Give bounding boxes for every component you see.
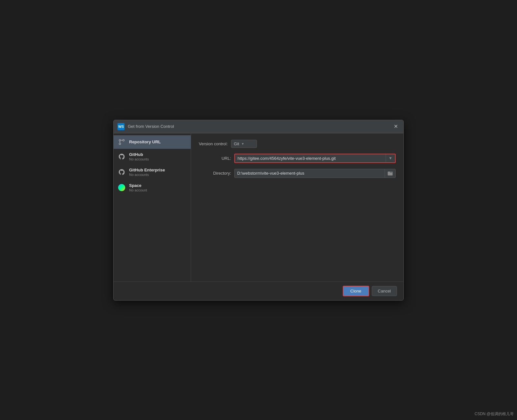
directory-browse-button[interactable] [385, 169, 395, 178]
directory-row: Directory: [199, 169, 396, 178]
close-button[interactable]: ✕ [392, 123, 400, 130]
version-control-value: Git [234, 141, 239, 146]
version-control-label: Version control: [199, 141, 228, 146]
url-dropdown-button[interactable]: ▼ [386, 154, 395, 162]
url-label: URL: [199, 156, 231, 161]
title-bar-left: WS Get from Version Control [117, 123, 174, 130]
vcs-icon [118, 138, 125, 146]
sidebar-item-github[interactable]: GitHub No accounts [114, 149, 191, 164]
dialog-title: Get from Version Control [128, 124, 174, 129]
webstorm-icon: WS [117, 123, 125, 130]
svg-point-2 [119, 143, 121, 145]
dialog-body: Repository URL GitHub No accounts [114, 133, 403, 282]
sidebar-item-space[interactable]: Space No account [114, 180, 191, 195]
sidebar-repo-url-label: Repository URL [129, 139, 161, 144]
url-field-wrapper: ▼ [234, 154, 396, 163]
directory-field-wrapper [234, 169, 396, 178]
sidebar-github-enterprise-sub: No accounts [129, 173, 165, 177]
url-row: URL: ▼ [199, 154, 396, 163]
github-enterprise-icon [118, 169, 125, 176]
dialog-footer: Clone Cancel [114, 282, 403, 300]
sidebar-space-sub: No account [129, 188, 147, 192]
cancel-button[interactable]: Cancel [372, 286, 397, 296]
directory-label: Directory: [199, 171, 231, 176]
main-panel: Version control: Git ▼ URL: ▼ Directory: [191, 133, 403, 282]
sidebar-item-repository-url[interactable]: Repository URL [114, 135, 191, 149]
version-control-row: Version control: Git ▼ [199, 140, 396, 148]
github-icon [118, 153, 125, 160]
sidebar-github-label: GitHub [129, 152, 149, 157]
get-from-vcs-dialog: WS Get from Version Control ✕ Rep [113, 120, 404, 301]
sidebar-github-enterprise-label: GitHub Enterprise [129, 168, 165, 172]
chevron-down-icon: ▼ [241, 142, 244, 146]
clone-button[interactable]: Clone [343, 286, 369, 296]
version-control-dropdown[interactable]: Git ▼ [231, 140, 257, 148]
svg-point-0 [119, 139, 121, 141]
svg-point-1 [123, 139, 124, 141]
sidebar-space-label: Space [129, 183, 147, 188]
watermark: CSDN @低调的根儿哥 [474, 411, 514, 417]
url-input[interactable] [235, 154, 386, 162]
sidebar-github-sub: No accounts [129, 157, 149, 161]
title-bar: WS Get from Version Control ✕ [114, 120, 403, 133]
sidebar: Repository URL GitHub No accounts [114, 133, 191, 282]
directory-input[interactable] [235, 169, 385, 177]
sidebar-item-github-enterprise[interactable]: GitHub Enterprise No accounts [114, 164, 191, 180]
space-icon [118, 184, 125, 191]
